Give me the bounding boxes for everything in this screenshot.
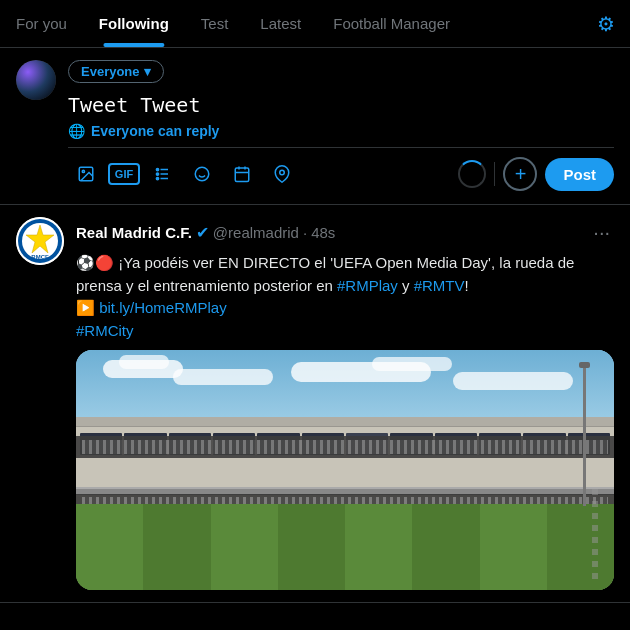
svg-point-2 xyxy=(156,168,158,170)
svg-point-15 xyxy=(280,170,285,175)
character-count xyxy=(458,160,486,188)
tab-following[interactable]: Following xyxy=(83,0,185,47)
compose-footer: GIF xyxy=(68,147,614,192)
tweet-separator: · xyxy=(303,224,307,241)
schedule-button[interactable] xyxy=(224,156,260,192)
tweet-author-name: Real Madrid C.F. xyxy=(76,224,192,241)
verified-badge-icon: ✔ xyxy=(196,223,209,242)
tweet-header: Real Madrid C.F. ✔ @realmadrid · 48s ··· xyxy=(76,217,614,248)
settings-icon[interactable]: ⚙ xyxy=(582,12,630,36)
compose-tools: GIF xyxy=(68,156,458,192)
svg-rect-11 xyxy=(235,168,249,182)
upper-spectators xyxy=(76,436,614,458)
tweet-author-avatar: RMCF xyxy=(16,217,64,265)
tweet-input[interactable]: Tweet Tweet xyxy=(68,91,614,119)
user-avatar xyxy=(16,60,56,100)
tab-football-manager[interactable]: Football Manager xyxy=(317,0,466,47)
location-button[interactable] xyxy=(264,156,300,192)
compose-right: Everyone ▾ Tweet Tweet 🌐 Everyone can re… xyxy=(68,60,614,192)
compose-actions: + Post xyxy=(458,157,614,191)
svg-point-6 xyxy=(156,177,158,179)
list-button[interactable] xyxy=(144,156,180,192)
audience-button[interactable]: Everyone ▾ xyxy=(68,60,164,83)
tweet-image xyxy=(76,350,614,590)
rmtv-link[interactable]: #RMTV xyxy=(414,277,465,294)
tweet-handle: @realmadrid xyxy=(213,224,299,241)
tweet-body: Real Madrid C.F. ✔ @realmadrid · 48s ···… xyxy=(76,217,614,590)
bitly-link[interactable]: bit.ly/HomeRMPlay xyxy=(99,299,227,316)
net-fence xyxy=(592,489,598,580)
chevron-down-icon: ▾ xyxy=(144,64,151,79)
compose-area: Everyone ▾ Tweet Tweet 🌐 Everyone can re… xyxy=(0,48,630,205)
pitch xyxy=(76,504,614,590)
tweet-item: RMCF Real Madrid C.F. ✔ @realmadrid · 48… xyxy=(0,205,630,603)
nav-tabs: For you Following Test Latest Football M… xyxy=(0,0,582,47)
divider xyxy=(494,162,495,186)
tweet-more-button[interactable]: ··· xyxy=(589,217,614,248)
reply-restriction-label: Everyone can reply xyxy=(91,123,219,139)
tab-latest[interactable]: Latest xyxy=(244,0,317,47)
top-nav: For you Following Test Latest Football M… xyxy=(0,0,630,48)
rmcity-link[interactable]: #RMCity xyxy=(76,322,134,339)
tweet-author-info: Real Madrid C.F. ✔ @realmadrid · 48s xyxy=(76,223,335,242)
tab-for-you[interactable]: For you xyxy=(0,0,83,47)
tweet-text: ⚽🔴 ¡Ya podéis ver EN DIRECTO el 'UEFA Op… xyxy=(76,252,614,342)
cloud-2 xyxy=(119,355,169,369)
tweet-timestamp: 48s xyxy=(311,224,335,241)
gif-button[interactable]: GIF xyxy=(108,163,140,185)
cloud-3 xyxy=(173,369,273,385)
rmplay-link[interactable]: #RMPlay xyxy=(337,277,398,294)
image-button[interactable] xyxy=(68,156,104,192)
add-tweet-button[interactable]: + xyxy=(503,157,537,191)
svg-point-1 xyxy=(82,170,84,172)
svg-point-8 xyxy=(195,167,209,181)
light-pole xyxy=(583,362,586,506)
cloud-6 xyxy=(453,372,573,390)
globe-icon: 🌐 xyxy=(68,123,85,139)
svg-text:RMCF: RMCF xyxy=(31,254,49,260)
emoji-button[interactable] xyxy=(184,156,220,192)
tab-test[interactable]: Test xyxy=(185,0,245,47)
post-button[interactable]: Post xyxy=(545,158,614,191)
svg-point-4 xyxy=(156,173,158,175)
cloud-5 xyxy=(372,357,452,371)
